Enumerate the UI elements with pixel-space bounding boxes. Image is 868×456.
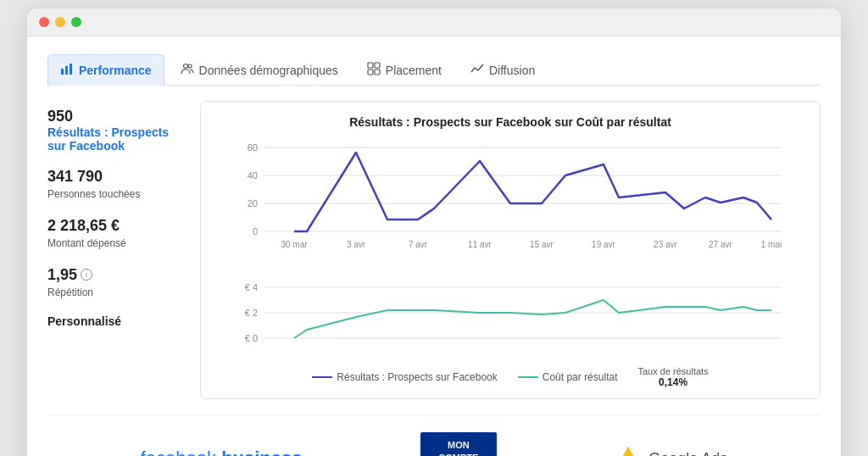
legend-cost-label: Coût par résultat [542, 371, 618, 383]
svg-text:40: 40 [248, 170, 258, 181]
close-button[interactable] [39, 17, 49, 27]
stat-reach-value: 341 790 [47, 168, 183, 186]
tab-demographics-label: Données démographiques [199, 64, 338, 77]
svg-point-4 [188, 64, 192, 68]
svg-text:15 avr: 15 avr [530, 240, 554, 249]
svg-rect-1 [65, 66, 68, 75]
tab-diffusion[interactable]: Diffusion [458, 54, 548, 86]
svg-text:€ 2: € 2 [245, 308, 258, 318]
svg-text:7 avr: 7 avr [409, 240, 428, 249]
legend-item-cost: Coût par résultat [518, 371, 618, 383]
bottom-chart: € 4 € 2 € 0 [218, 275, 803, 359]
legend-item-results: Résultats : Prospects sur Facebook [312, 371, 497, 383]
taux-value: 0,14% [637, 376, 708, 388]
info-icon[interactable]: i [81, 269, 92, 281]
performance-icon [60, 62, 74, 79]
tab-performance-label: Performance [79, 64, 152, 77]
app-window: Performance Données démographiques Place… [27, 8, 841, 456]
stat-results: 950 Résultats : Prospects sur Facebook [47, 108, 183, 153]
svg-text:3 avr: 3 avr [347, 240, 366, 249]
diffusion-icon [470, 62, 484, 79]
svg-text:60: 60 [248, 142, 258, 153]
stat-repetition-row: 1,95 i [47, 266, 183, 284]
stat-results-link[interactable]: Résultats : Prospects sur Facebook [47, 125, 183, 153]
svg-marker-32 [618, 447, 638, 456]
taux-block: Taux de résultats 0,14% [637, 366, 708, 388]
fb-text2: business [221, 448, 302, 456]
chart-container: Résultats : Prospects sur Facebook sur C… [200, 101, 821, 399]
maximize-button[interactable] [71, 17, 81, 27]
fb-text1: facebook [141, 448, 221, 456]
svg-text:11 avr: 11 avr [468, 240, 492, 249]
stat-spend-value: 2 218,65 € [47, 217, 183, 235]
svg-rect-2 [70, 64, 72, 75]
demographics-icon [181, 62, 194, 79]
main-layout: 950 Résultats : Prospects sur Facebook 3… [47, 101, 821, 399]
svg-text:30 mar: 30 mar [281, 240, 308, 249]
svg-rect-0 [61, 69, 64, 75]
svg-text:20: 20 [248, 198, 258, 209]
tab-demographics[interactable]: Données démographiques [168, 54, 351, 86]
mcf-line1: MON [431, 439, 487, 452]
mcf-line2: COMPTE [431, 452, 487, 456]
taux-label: Taux de résultats [637, 366, 708, 376]
stat-spend-label: Montant dépensé [47, 236, 183, 251]
footer-logos: facebook business MON COMPTE FORMATION G… [47, 414, 821, 456]
google-ads-icon [615, 445, 642, 456]
svg-text:23 avr: 23 avr [654, 240, 677, 249]
svg-text:1 mai: 1 mai [761, 240, 782, 249]
svg-text:19 avr: 19 avr [592, 240, 615, 249]
svg-point-3 [183, 64, 187, 69]
google-ads-text: Google Ads [648, 450, 727, 456]
stats-sidebar: 950 Résultats : Prospects sur Facebook 3… [47, 101, 183, 399]
stat-reach-label: Personnes touchées [47, 187, 183, 202]
facebook-business-logo: facebook business [141, 448, 303, 456]
chart-title: Résultats : Prospects sur Facebook sur C… [218, 115, 803, 129]
svg-rect-7 [368, 70, 373, 75]
stat-spend: 2 218,65 € Montant dépensé [47, 217, 183, 251]
svg-rect-5 [368, 63, 373, 68]
titlebar [27, 8, 841, 36]
tab-performance[interactable]: Performance [47, 54, 164, 86]
google-ads-logo: Google Ads [615, 445, 727, 456]
stat-repetition-value: 1,95 [47, 266, 77, 284]
tab-placement[interactable]: Placement [354, 54, 454, 86]
svg-text:€ 0: € 0 [245, 333, 258, 343]
stat-repetition: 1,95 i Répétition [47, 266, 183, 300]
tab-placement-label: Placement [386, 64, 442, 77]
stat-reach: 341 790 Personnes touchées [47, 168, 183, 202]
svg-rect-6 [375, 63, 380, 68]
legend-results-label: Résultats : Prospects sur Facebook [337, 371, 497, 383]
svg-text:€ 4: € 4 [245, 282, 258, 292]
tab-diffusion-label: Diffusion [489, 64, 535, 77]
main-content: Performance Données démographiques Place… [27, 36, 841, 456]
stat-repetition-label: Répétition [47, 286, 183, 300]
stat-personalized: Personnalisé [47, 314, 183, 328]
mcf-logo: MON COMPTE FORMATION [420, 432, 497, 456]
tab-bar: Performance Données démographiques Place… [47, 53, 821, 86]
stat-results-value: 950 [47, 108, 183, 125]
stat-personalized-label: Personnalisé [47, 314, 183, 328]
chart-legend: Résultats : Prospects sur Facebook Coût … [218, 366, 803, 388]
top-chart: 60 40 20 0 30 mar 3 avr 7 avr 11 avr 15 … [218, 139, 803, 275]
svg-text:27 avr: 27 avr [709, 240, 732, 249]
minimize-button[interactable] [55, 17, 65, 27]
placement-icon [367, 62, 381, 79]
svg-rect-8 [375, 70, 380, 75]
svg-text:0: 0 [253, 226, 258, 236]
